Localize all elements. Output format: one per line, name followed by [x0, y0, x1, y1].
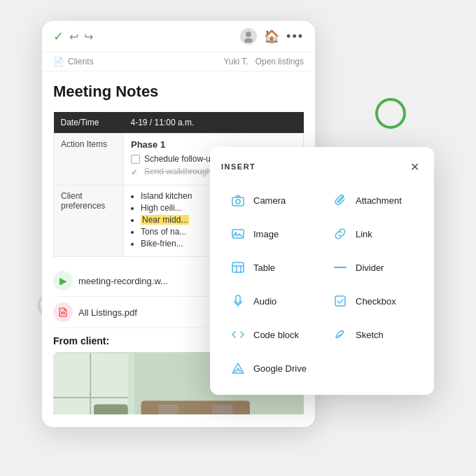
pdf-filename: All Listings.pdf — [78, 307, 137, 318]
undo-icon[interactable]: ↩ — [69, 30, 78, 43]
insert-item-audio[interactable]: Audio — [221, 286, 321, 316]
page-title: Meeting Notes — [53, 83, 304, 101]
col-header-2: 4-19 / 11:00 a.m. — [124, 112, 304, 134]
insert-grid: Camera Attachment Image — [221, 185, 423, 384]
link-label: Link — [356, 229, 372, 239]
svg-rect-29 — [335, 296, 345, 306]
client-prefs-label: Client preferences — [54, 186, 124, 257]
play-icon: ▶ — [53, 271, 73, 290]
insert-item-camera[interactable]: Camera — [221, 185, 321, 216]
checkbox-label: Checkbox — [356, 296, 396, 307]
insert-item-link[interactable]: Link — [323, 218, 423, 249]
insert-item-divider[interactable]: Divider — [323, 252, 423, 283]
svg-rect-13 — [232, 401, 249, 414]
checkbox-checked-2[interactable]: ✓ — [131, 167, 140, 176]
link-icon — [332, 225, 349, 242]
user-avatar[interactable] — [240, 28, 257, 45]
svg-rect-19 — [232, 197, 244, 206]
camera-icon — [230, 192, 246, 209]
modal-header: INSERT ✕ — [221, 158, 423, 175]
image-label: Image — [253, 229, 279, 239]
highlight-text: Near midd... — [141, 215, 189, 225]
table-label: Table — [253, 262, 275, 273]
breadcrumb-right: Yuki T. Open listings — [223, 57, 304, 66]
divider-label: Divider — [356, 262, 384, 273]
cursor-indicator — [375, 98, 406, 129]
svg-rect-14 — [158, 405, 178, 414]
audio-label: Audio — [253, 296, 276, 307]
insert-item-codeblock[interactable]: Code block — [221, 319, 321, 350]
codeblock-label: Code block — [253, 330, 299, 340]
sketch-label: Sketch — [356, 330, 384, 340]
insert-item-googledrive[interactable]: Google Drive — [221, 353, 423, 384]
insert-item-checkbox[interactable]: Checkbox — [323, 286, 423, 316]
insert-item-image[interactable]: Image — [221, 218, 321, 249]
sketch-icon — [332, 326, 349, 343]
more-icon[interactable]: ••• — [286, 29, 304, 44]
action-items-label: Action Items — [54, 134, 124, 186]
insert-item-sketch[interactable]: Sketch — [323, 319, 423, 350]
image-icon — [230, 225, 246, 242]
recording-filename: meeting-recording.w... — [78, 276, 168, 286]
attachment-label: Attachment — [356, 195, 402, 206]
user-name: Yuki T. — [223, 57, 248, 66]
breadcrumb: 📄 Clients — [53, 57, 94, 66]
bell-icon[interactable]: 🏠 — [264, 29, 279, 44]
toolbar-right: 🏠 ••• — [240, 28, 304, 45]
table-icon — [230, 259, 246, 276]
breadcrumb-label[interactable]: Clients — [68, 57, 94, 66]
insert-item-attachment[interactable]: Attachment — [323, 185, 423, 216]
col-header-1: Date/Time — [54, 112, 124, 134]
clients-icon: 📄 — [53, 57, 64, 66]
open-listings-link[interactable]: Open listings — [255, 57, 304, 66]
divider-icon — [332, 259, 349, 276]
insert-modal: INSERT ✕ Camera Attachment — [210, 147, 434, 395]
googledrive-label: Google Drive — [253, 363, 307, 374]
camera-label: Camera — [253, 195, 286, 206]
svg-point-20 — [236, 200, 240, 204]
insert-item-table[interactable]: Table — [221, 252, 321, 283]
breadcrumb-bar: 📄 Clients Yuki T. Open listings — [42, 52, 315, 71]
googledrive-icon — [230, 360, 246, 377]
attachment-icon — [332, 192, 349, 209]
redo-icon[interactable]: ↪ — [84, 30, 93, 43]
svg-point-1 — [244, 38, 253, 43]
checkbox-icon — [332, 293, 349, 309]
toolbar: ✓ ↩ ↪ 🏠 ••• — [42, 21, 315, 52]
svg-rect-15 — [212, 405, 232, 414]
modal-title: INSERT — [221, 162, 255, 171]
svg-point-0 — [246, 31, 251, 37]
svg-rect-23 — [232, 262, 244, 272]
svg-rect-12 — [141, 401, 158, 414]
close-button[interactable]: ✕ — [406, 158, 423, 175]
checkbox-empty-1[interactable] — [131, 155, 140, 164]
audio-icon — [230, 293, 246, 309]
svg-rect-18 — [94, 405, 127, 414]
check-icon[interactable]: ✓ — [53, 29, 64, 44]
pdf-icon — [53, 302, 73, 322]
codeblock-icon — [230, 326, 246, 343]
